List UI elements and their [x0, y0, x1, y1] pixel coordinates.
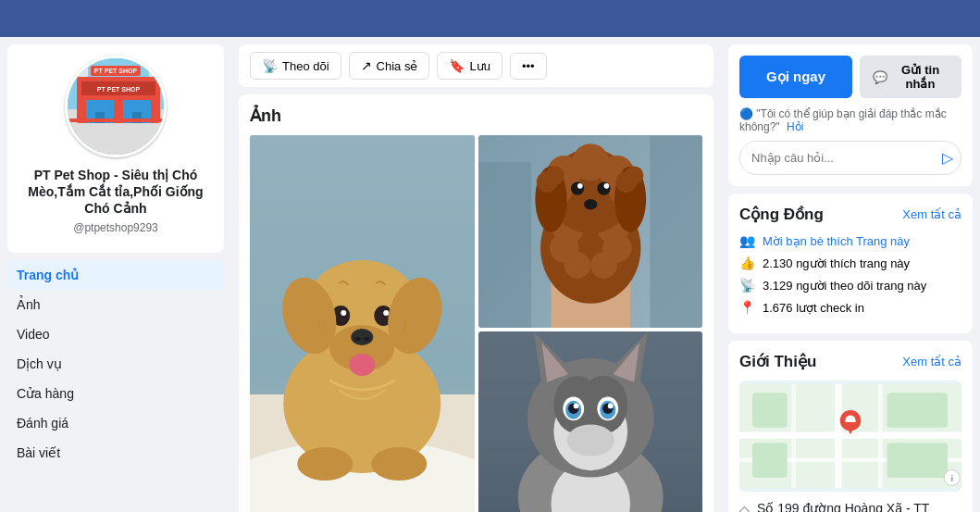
photo-grid	[250, 135, 702, 512]
community-text-1: 2.130 người thích trang này	[763, 256, 910, 270]
cta-buttons: Gọi ngay 💬 Gửi tin nhắn	[739, 56, 961, 98]
svg-rect-34	[478, 162, 531, 328]
intro-see-all[interactable]: Xem tất cả	[902, 355, 961, 368]
svg-point-55	[584, 199, 597, 209]
nav-item-dịch-vụ[interactable]: Dịch vụ	[7, 349, 224, 379]
call-now-button[interactable]: Gọi ngay	[739, 56, 852, 98]
community-card: Cộng Đồng Xem tất cả 👥Mời bạn bè thích T…	[728, 194, 973, 333]
photo-main[interactable]	[250, 135, 475, 512]
community-item-0: 👥Mời bạn bè thích Trang này	[739, 233, 961, 248]
chat-send-button[interactable]: ▷	[935, 142, 961, 174]
svg-point-43	[564, 252, 590, 279]
nav-item-đánh-giá[interactable]: Đánh giá	[7, 408, 224, 438]
avatar: PT PET SHOP	[65, 56, 167, 157]
intro-header: Giới Thiệu Xem tất cả	[739, 352, 961, 371]
svg-rect-9	[68, 119, 167, 122]
svg-point-26	[383, 310, 389, 316]
community-list: 👥Mời bạn bè thích Trang này👍2.130 người …	[739, 233, 961, 315]
more-button[interactable]: •••	[510, 53, 547, 80]
nav-item-ảnh[interactable]: Ảnh	[7, 290, 224, 319]
nav-item-bài-viết[interactable]: Bài viết	[7, 438, 224, 468]
address-text: Số 199 đường Hoàng Xã - TT Quốc Oai - Hà…	[757, 501, 961, 512]
svg-point-79	[566, 424, 614, 456]
save-label: Lưu	[469, 59, 490, 73]
svg-point-61	[625, 166, 643, 184]
svg-point-20	[351, 329, 373, 345]
svg-point-59	[545, 166, 564, 184]
community-icon-0: 👥	[739, 233, 755, 248]
community-header: Cộng Đồng Xem tất cả	[739, 205, 961, 224]
svg-rect-35	[650, 136, 702, 328]
svg-rect-11	[149, 64, 162, 77]
community-icon-2: 📡	[739, 278, 755, 293]
svg-rect-94	[752, 393, 788, 428]
community-text-0[interactable]: Mời bạn bè thích Trang này	[763, 234, 910, 248]
svg-point-52	[597, 182, 610, 195]
nav-item-trang-chủ[interactable]: Trang chủ	[7, 260, 224, 290]
svg-rect-96	[752, 443, 788, 479]
right-sidebar: Gọi ngay 💬 Gửi tin nhắn 🔵 "Tôi có thể gi…	[721, 44, 980, 512]
community-item-3: 📍1.676 lượt check in	[739, 300, 961, 315]
share-icon: ↗	[361, 58, 372, 73]
follow-button[interactable]: 📡 Theo dõi	[250, 52, 341, 80]
chat-question: 🔵 "Tôi có thể giúp bạn giải đáp thắc mắc…	[739, 107, 961, 133]
action-bar: 📡 Theo dõi ↗ Chia sẻ 🔖 Lưu •••	[239, 44, 713, 87]
page-username: @ptpetshop9293	[19, 221, 213, 234]
messenger-icon: 💬	[873, 70, 887, 84]
community-icon-3: 📍	[739, 300, 755, 315]
svg-point-22	[364, 337, 369, 341]
community-item-1: 👍2.130 người thích trang này	[739, 256, 961, 270]
store-image: PT PET SHOP	[68, 58, 164, 155]
more-icon: •••	[522, 59, 535, 73]
chat-input[interactable]	[740, 144, 935, 172]
nav-item-cửa-hàng[interactable]: Cửa hàng	[7, 379, 224, 408]
svg-point-31	[297, 447, 353, 481]
community-title: Cộng Đồng	[739, 205, 824, 224]
save-icon: 🔖	[449, 58, 465, 73]
address-item: ◇ Số 199 đường Hoàng Xã - TT Quốc Oai - …	[739, 501, 961, 512]
svg-point-76	[573, 404, 578, 409]
share-label: Chia sẻ	[377, 59, 418, 73]
intro-card: Giới Thiệu Xem tất cả	[728, 341, 973, 512]
svg-rect-97	[887, 443, 948, 479]
community-text-2: 3.129 người theo dõi trang này	[763, 279, 926, 293]
svg-point-32	[371, 447, 427, 481]
page-name: PT Pet Shop - Siêu thị Chó Mèo,Tắm Cắt t…	[19, 167, 213, 218]
chat-input-area: ▷	[739, 141, 961, 175]
save-button[interactable]: 🔖 Lưu	[437, 52, 502, 80]
nav-item-video[interactable]: Video	[7, 319, 224, 349]
community-see-all[interactable]: Xem tất cả	[902, 207, 961, 221]
svg-point-44	[590, 252, 617, 279]
main-layout: PT PET SHOP PT Pet Shop - Siêu thị Chó M…	[0, 37, 980, 512]
photos-title: Ảnh	[250, 106, 702, 126]
svg-text:PT PET SHOP: PT PET SHOP	[97, 86, 141, 93]
hoi-button[interactable]: Hỏi	[787, 120, 803, 133]
svg-point-51	[570, 182, 583, 195]
svg-rect-93	[791, 384, 796, 489]
svg-text:i: i	[950, 474, 953, 483]
send-message-button[interactable]: 💬 Gửi tin nhắn	[860, 56, 961, 98]
cta-card: Gọi ngay 💬 Gửi tin nhắn 🔵 "Tôi có thể gi…	[728, 44, 973, 186]
photo-br[interactable]	[478, 331, 703, 512]
nav-menu: Trang chủẢnhVideoDịch vụCửa hàngĐánh giá…	[7, 260, 224, 468]
follow-label: Theo dõi	[282, 59, 329, 73]
share-button[interactable]: ↗ Chia sẻ	[349, 52, 430, 80]
svg-rect-28	[356, 356, 367, 363]
community-text-3: 1.676 lượt check in	[763, 301, 864, 315]
center-content: 📡 Theo dõi ↗ Chia sẻ 🔖 Lưu ••• Ảnh	[231, 44, 721, 512]
svg-point-54	[603, 183, 609, 189]
svg-rect-90	[835, 384, 842, 489]
left-sidebar: PT PET SHOP PT Pet Shop - Siêu thị Chó M…	[0, 44, 231, 512]
svg-rect-92	[878, 384, 883, 489]
top-bar	[0, 0, 980, 37]
svg-point-25	[341, 310, 346, 316]
svg-rect-95	[887, 393, 948, 428]
community-item-2: 📡3.129 người theo dõi trang này	[739, 278, 961, 293]
svg-rect-10	[75, 64, 88, 77]
location-icon: ◇	[739, 503, 750, 512]
map-container[interactable]: i	[739, 381, 961, 492]
svg-point-21	[354, 337, 360, 341]
send-message-label: Gửi tin nhắn	[892, 63, 949, 91]
page-wrapper: PT PET SHOP PT Pet Shop - Siêu thị Chó M…	[0, 0, 980, 512]
photo-tr[interactable]	[478, 135, 703, 328]
